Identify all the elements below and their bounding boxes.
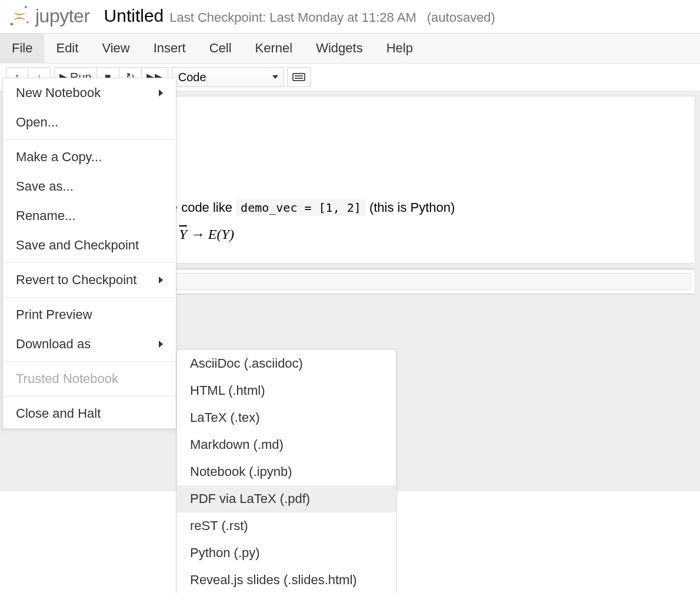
file-menu-print-preview[interactable]: Print Preview — [3, 300, 176, 329]
chevron-right-icon — [159, 276, 163, 284]
download-notebook[interactable]: Notebook (.ipynb) — [177, 458, 396, 485]
file-menu-dropdown: New Notebook Open... Make a Copy... Save… — [2, 78, 176, 429]
inline-code: demo_vec = [1, 2] — [236, 199, 366, 216]
download-asciidoc[interactable]: AsciiDoc (.asciidoc) — [177, 350, 396, 377]
title-block: Untitled Last Checkpoint: Last Monday at… — [104, 6, 495, 26]
menu-divider — [3, 262, 176, 263]
download-pdf-latex[interactable]: PDF via LaTeX (.pdf) — [177, 485, 396, 491]
download-markdown[interactable]: Markdown (.md) — [177, 431, 396, 458]
download-latex[interactable]: LaTeX (.tex) — [177, 404, 396, 431]
menu-divider — [3, 139, 176, 140]
file-menu-download-as[interactable]: Download as — [3, 329, 176, 359]
menu-edit[interactable]: Edit — [44, 34, 90, 63]
cell-type-value: Code — [178, 71, 206, 84]
notebook-title[interactable]: Untitled — [104, 6, 164, 26]
menu-kernel[interactable]: Kernel — [244, 34, 305, 63]
menu-divider — [3, 361, 176, 362]
file-menu-make-copy[interactable]: Make a Copy... — [3, 142, 176, 172]
autosave-text: (autosaved) — [427, 10, 495, 25]
menu-divider — [3, 297, 176, 298]
cell-type-select[interactable]: Code — [172, 67, 284, 87]
svg-point-1 — [11, 23, 14, 26]
menu-file[interactable]: File — [0, 34, 44, 63]
chevron-right-icon — [159, 89, 163, 96]
chevron-right-icon — [159, 341, 163, 348]
notebook-header: jupyter Untitled Last Checkpoint: Last M… — [0, 0, 700, 34]
svg-point-0 — [25, 6, 27, 8]
jupyter-logo-text: jupyter — [35, 5, 90, 27]
menu-divider — [3, 396, 176, 397]
file-menu-open[interactable]: Open... — [3, 108, 176, 137]
file-menu-revert-checkpoint[interactable]: Revert to Checkpoint — [3, 265, 176, 295]
jupyter-logo-icon — [8, 5, 31, 27]
file-menu-save-as[interactable]: Save as... — [3, 172, 176, 201]
menu-help[interactable]: Help — [375, 34, 425, 63]
inline-math: Y → E(Y) — [179, 226, 234, 242]
jupyter-logo: jupyter — [8, 5, 90, 27]
file-menu-trusted-notebook: Trusted Notebook — [3, 364, 176, 394]
menu-cell[interactable]: Cell — [198, 34, 244, 63]
file-menu-new-notebook[interactable]: New Notebook — [3, 78, 176, 108]
keyboard-icon — [292, 73, 305, 81]
download-html[interactable]: HTML (.html) — [177, 377, 396, 404]
file-menu-close-halt[interactable]: Close and Halt — [3, 399, 176, 428]
svg-point-2 — [26, 21, 29, 24]
checkpoint-text: Last Checkpoint: Last Monday at 11:28 AM — [169, 10, 416, 25]
file-menu-save-checkpoint[interactable]: Save and Checkpoint — [3, 231, 176, 260]
command-palette-button[interactable] — [287, 67, 311, 87]
download-as-submenu: AsciiDoc (.asciidoc) HTML (.html) LaTeX … — [176, 349, 396, 491]
menu-insert[interactable]: Insert — [142, 34, 198, 63]
menu-widgets[interactable]: Widgets — [304, 34, 374, 63]
file-menu-rename[interactable]: Rename... — [3, 201, 176, 231]
menu-view[interactable]: View — [90, 34, 141, 63]
menubar: File Edit View Insert Cell Kernel Widget… — [0, 34, 700, 64]
